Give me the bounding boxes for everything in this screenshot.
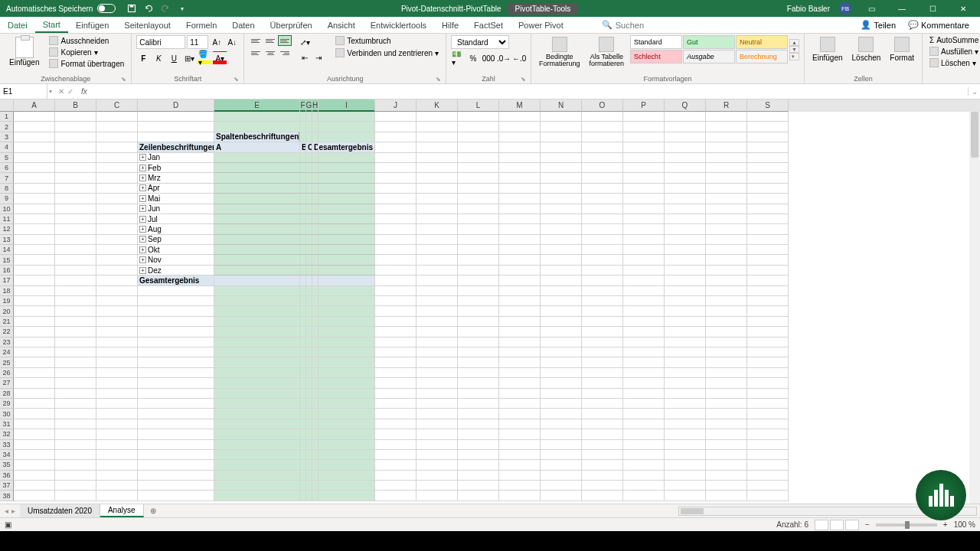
cell[interactable] (55, 153, 96, 163)
cell[interactable] (747, 471, 789, 481)
cell[interactable] (747, 460, 789, 470)
conditional-formatting-button[interactable]: Bedingte Formatierung (536, 35, 583, 69)
cell[interactable] (375, 163, 416, 173)
cell[interactable] (96, 440, 138, 450)
cell[interactable] (706, 481, 747, 491)
cell[interactable] (458, 235, 499, 245)
sheet-tab-analyse[interactable]: Analyse (100, 504, 144, 517)
cell[interactable] (582, 306, 623, 316)
expand-collapse-icon[interactable]: + (139, 256, 146, 263)
cell[interactable] (747, 194, 789, 204)
cell[interactable] (96, 399, 138, 409)
cell[interactable] (96, 173, 138, 183)
cell[interactable] (706, 214, 747, 224)
cell[interactable] (582, 440, 623, 450)
cell[interactable] (96, 450, 138, 460)
cell[interactable] (375, 481, 416, 491)
cell[interactable] (312, 266, 318, 276)
cell[interactable] (214, 317, 300, 327)
tab-view[interactable]: Ansicht (320, 17, 363, 33)
row-header[interactable]: 12 (0, 224, 14, 234)
cell[interactable] (582, 173, 623, 183)
cell[interactable] (623, 347, 665, 357)
fx-icon[interactable]: fx (78, 87, 90, 96)
row-header[interactable]: 32 (0, 429, 14, 439)
cell[interactable] (214, 245, 300, 255)
cell[interactable] (416, 429, 458, 439)
cell[interactable] (306, 224, 312, 234)
cell[interactable] (375, 112, 416, 122)
zoom-out-icon[interactable]: − (865, 520, 870, 529)
cell[interactable] (300, 491, 306, 500)
minimize-icon[interactable]: — (891, 0, 913, 17)
cell[interactable] (541, 347, 582, 357)
cell[interactable] (300, 306, 306, 316)
cell[interactable] (458, 409, 499, 419)
cell[interactable] (499, 163, 541, 173)
wrap-text-button[interactable]: Textumbruch (333, 35, 441, 46)
cell[interactable] (312, 296, 318, 306)
cell[interactable] (14, 194, 55, 204)
align-top-icon[interactable] (249, 35, 263, 46)
cell[interactable] (96, 306, 138, 316)
cell[interactable] (96, 337, 138, 347)
cell[interactable] (306, 296, 312, 306)
cell[interactable] (582, 266, 623, 276)
cell[interactable] (214, 460, 300, 470)
cell[interactable] (706, 429, 747, 439)
cell[interactable] (541, 429, 582, 439)
cell[interactable] (706, 194, 747, 204)
cell[interactable] (96, 317, 138, 327)
row-header[interactable]: 3 (0, 132, 14, 142)
cell[interactable] (665, 306, 706, 316)
cell[interactable] (706, 276, 747, 285)
cell[interactable] (14, 286, 55, 296)
cell[interactable] (55, 327, 96, 337)
expand-collapse-icon[interactable]: + (139, 216, 146, 223)
cell[interactable] (665, 235, 706, 245)
row-header[interactable]: 24 (0, 347, 14, 357)
cell[interactable] (300, 173, 306, 183)
cell[interactable] (416, 235, 458, 245)
cell[interactable] (14, 122, 55, 132)
cell[interactable] (300, 204, 306, 214)
cell[interactable] (458, 306, 499, 316)
cell[interactable] (375, 399, 416, 409)
cell[interactable] (416, 347, 458, 357)
save-icon[interactable] (126, 3, 137, 14)
column-header[interactable]: J (375, 99, 416, 112)
cell[interactable] (14, 429, 55, 439)
cell[interactable] (306, 214, 312, 224)
cell[interactable] (55, 409, 96, 419)
close-icon[interactable]: ✕ (952, 0, 974, 17)
delete-cells-button[interactable]: Löschen (849, 35, 884, 64)
cell[interactable] (665, 337, 706, 347)
cell[interactable] (416, 255, 458, 265)
cell[interactable] (55, 122, 96, 132)
cell[interactable] (582, 450, 623, 460)
column-header[interactable]: D (138, 99, 214, 112)
cell[interactable] (300, 255, 306, 265)
cell[interactable] (300, 122, 306, 132)
font-family-select[interactable] (136, 35, 185, 49)
cell[interactable] (458, 132, 499, 142)
cell[interactable] (138, 419, 214, 429)
cell[interactable] (706, 286, 747, 296)
row-header[interactable]: 15 (0, 255, 14, 265)
cell[interactable] (541, 286, 582, 296)
cell[interactable] (318, 460, 375, 470)
cell[interactable] (300, 245, 306, 255)
cell[interactable] (375, 440, 416, 450)
cell[interactable] (138, 450, 214, 460)
cell[interactable] (318, 357, 375, 367)
cell[interactable] (96, 357, 138, 367)
row-header[interactable]: 7 (0, 173, 14, 183)
cell[interactable] (541, 235, 582, 245)
cell[interactable] (318, 399, 375, 409)
cell[interactable] (312, 245, 318, 255)
cell[interactable] (747, 347, 789, 357)
cell[interactable] (300, 184, 306, 194)
cell[interactable] (665, 184, 706, 194)
cell[interactable] (747, 112, 789, 122)
cell[interactable] (14, 419, 55, 429)
